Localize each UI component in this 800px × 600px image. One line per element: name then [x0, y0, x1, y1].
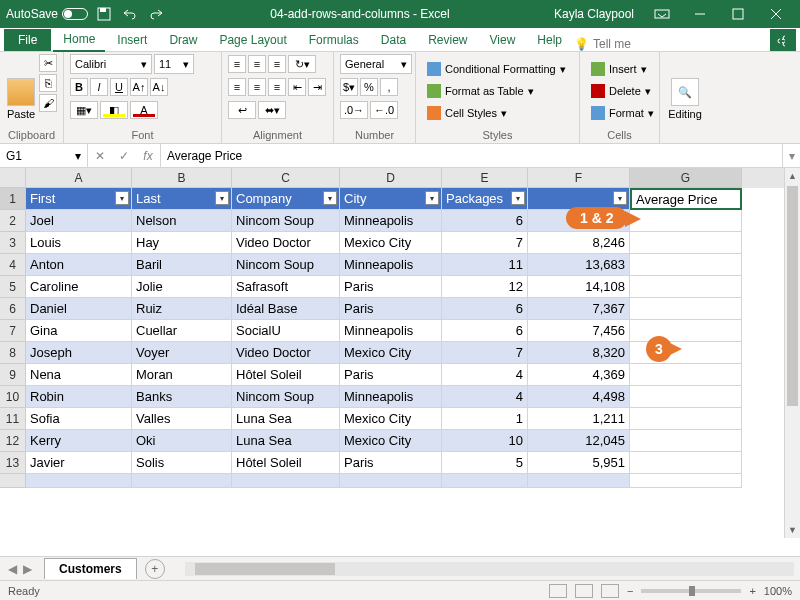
table-cell[interactable]: Caroline [26, 276, 132, 298]
table-cell[interactable]: Minneapolis [340, 210, 442, 232]
table-cell[interactable]: Luna Sea [232, 430, 340, 452]
italic-button[interactable]: I [90, 78, 108, 96]
table-cell[interactable]: 14,108 [528, 276, 630, 298]
table-header-cell[interactable]: First [26, 188, 132, 210]
copy-icon[interactable]: ⎘ [39, 74, 57, 92]
increase-indent-button[interactable]: ⇥ [308, 78, 326, 96]
view-page-break-icon[interactable] [601, 584, 619, 598]
table-cell[interactable]: Voyer [132, 342, 232, 364]
table-cell[interactable]: Banks [132, 386, 232, 408]
align-center-button[interactable]: ≡ [248, 78, 266, 96]
tab-pagelayout[interactable]: Page Layout [209, 29, 296, 51]
insert-cells-button[interactable]: Insert▾ [586, 59, 652, 79]
table-cell[interactable]: Joel [26, 210, 132, 232]
table-cell[interactable]: 5 [442, 452, 528, 474]
table-cell[interactable]: Javier [26, 452, 132, 474]
table-cell[interactable]: 6 [442, 298, 528, 320]
table-cell[interactable]: Nincom Soup [232, 210, 340, 232]
table-cell[interactable]: 1 [442, 408, 528, 430]
table-cell[interactable]: Nincom Soup [232, 386, 340, 408]
zoom-out-icon[interactable]: − [627, 585, 633, 597]
table-cell[interactable]: 1,211 [528, 408, 630, 430]
table-cell[interactable]: Paris [340, 298, 442, 320]
underline-button[interactable]: U [110, 78, 128, 96]
table-cell[interactable]: Louis [26, 232, 132, 254]
expand-formula-bar-icon[interactable]: ▾ [782, 144, 800, 167]
table-cell[interactable]: Idéal Base [232, 298, 340, 320]
tab-file[interactable]: File [4, 29, 51, 51]
table-header-cell[interactable]: Packages [442, 188, 528, 210]
table-cell[interactable]: 4,498 [528, 386, 630, 408]
border-button[interactable]: ▦▾ [70, 101, 98, 119]
table-header-cell[interactable]: Last [132, 188, 232, 210]
select-all-corner[interactable] [0, 168, 26, 188]
zoom-slider[interactable] [641, 589, 741, 593]
column-header-e[interactable]: E [442, 168, 528, 188]
table-cell[interactable]: Hay [132, 232, 232, 254]
row-header-8[interactable]: 8 [0, 342, 26, 364]
table-header-cell[interactable]: Company [232, 188, 340, 210]
wrap-text-button[interactable]: ↩ [228, 101, 256, 119]
row-header-4[interactable]: 4 [0, 254, 26, 276]
undo-icon[interactable] [120, 4, 140, 24]
grow-font-button[interactable]: A↑ [130, 78, 148, 96]
editing-button[interactable]: 🔍 Editing [666, 54, 704, 120]
format-as-table-button[interactable]: Format as Table▾ [422, 81, 539, 101]
table-cell[interactable]: 10 [442, 430, 528, 452]
filter-dropdown-icon[interactable] [425, 191, 439, 205]
sheet-next-icon[interactable]: ▶ [23, 562, 32, 576]
table-cell[interactable]: Video Doctor [232, 232, 340, 254]
conditional-formatting-button[interactable]: Conditional Formatting▾ [422, 59, 571, 79]
close-icon[interactable] [758, 0, 794, 28]
row-header[interactable] [0, 474, 26, 488]
row-header-7[interactable]: 7 [0, 320, 26, 342]
table-cell[interactable]: SocialU [232, 320, 340, 342]
decrease-indent-button[interactable]: ⇤ [288, 78, 306, 96]
row-header-10[interactable]: 10 [0, 386, 26, 408]
table-cell[interactable] [630, 276, 742, 298]
scroll-down-icon[interactable]: ▼ [785, 522, 800, 538]
column-header-f[interactable]: F [528, 168, 630, 188]
table-cell[interactable] [232, 474, 340, 488]
table-cell[interactable]: 12 [442, 276, 528, 298]
align-top-button[interactable]: ≡ [228, 55, 246, 73]
table-cell[interactable]: Minneapolis [340, 386, 442, 408]
table-cell[interactable]: Minneapolis [340, 320, 442, 342]
accounting-format-button[interactable]: $▾ [340, 78, 358, 96]
table-cell[interactable]: 12,045 [528, 430, 630, 452]
font-color-button[interactable]: A [130, 101, 158, 119]
table-cell[interactable] [630, 320, 742, 342]
increase-decimal-button[interactable]: .0→ [340, 101, 368, 119]
share-button[interactable] [770, 29, 796, 51]
table-cell[interactable] [340, 474, 442, 488]
redo-icon[interactable] [146, 4, 166, 24]
table-cell[interactable]: Joseph [26, 342, 132, 364]
align-left-button[interactable]: ≡ [228, 78, 246, 96]
filter-dropdown-icon[interactable] [613, 191, 627, 205]
row-header-12[interactable]: 12 [0, 430, 26, 452]
table-cell[interactable] [26, 474, 132, 488]
bold-button[interactable]: B [70, 78, 88, 96]
font-name-combo[interactable]: Calibri▾ [70, 54, 152, 74]
table-cell[interactable]: Safrasoft [232, 276, 340, 298]
tab-formulas[interactable]: Formulas [299, 29, 369, 51]
scroll-up-icon[interactable]: ▲ [785, 168, 800, 184]
tab-review[interactable]: Review [418, 29, 477, 51]
table-cell[interactable]: 7 [442, 232, 528, 254]
table-cell[interactable]: Anton [26, 254, 132, 276]
zoom-in-icon[interactable]: + [749, 585, 755, 597]
comma-format-button[interactable]: , [380, 78, 398, 96]
table-cell[interactable]: Hôtel Soleil [232, 452, 340, 474]
table-cell[interactable]: Mexico City [340, 430, 442, 452]
fx-icon[interactable]: fx [136, 149, 160, 163]
row-header-2[interactable]: 2 [0, 210, 26, 232]
cell-styles-button[interactable]: Cell Styles▾ [422, 103, 512, 123]
column-header-d[interactable]: D [340, 168, 442, 188]
table-cell[interactable]: 7 [442, 342, 528, 364]
tab-view[interactable]: View [480, 29, 526, 51]
row-header-5[interactable]: 5 [0, 276, 26, 298]
table-cell[interactable] [630, 210, 742, 232]
add-sheet-button[interactable]: + [145, 559, 165, 579]
table-cell[interactable]: Paris [340, 452, 442, 474]
delete-cells-button[interactable]: Delete▾ [586, 81, 656, 101]
